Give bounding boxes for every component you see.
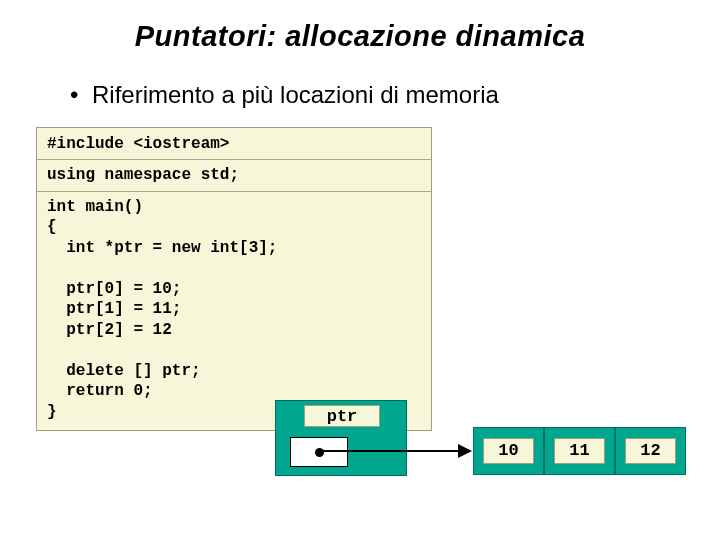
code-line: } <box>47 403 57 421</box>
code-line: delete [] ptr; <box>47 362 201 380</box>
code-divider <box>37 159 431 160</box>
arrow-head-icon <box>458 444 472 458</box>
pointer-box: ptr <box>275 400 407 476</box>
code-line: #include <iostream> <box>47 135 229 153</box>
memory-cell: 10 <box>473 427 544 475</box>
bullet-text: Riferimento a più locazioni di memoria <box>92 81 499 109</box>
bullet-item: • Riferimento a più locazioni di memoria <box>0 81 720 127</box>
bullet-marker: • <box>70 81 92 109</box>
memory-cells: 10 11 12 <box>473 427 686 475</box>
memory-cell: 12 <box>615 427 686 475</box>
code-line: { <box>47 218 57 236</box>
code-line: int *ptr = new int[3]; <box>47 239 277 257</box>
cell-value: 10 <box>483 438 534 464</box>
cell-value: 12 <box>625 438 676 464</box>
code-line: int main() <box>47 198 143 216</box>
code-block: #include <iostream> using namespace std;… <box>36 127 432 431</box>
code-line: ptr[2] = 12 <box>47 321 172 339</box>
memory-diagram: ptr 10 11 12 <box>275 400 705 510</box>
page-title: Puntatori: allocazione dinamica <box>0 0 720 81</box>
code-line: ptr[0] = 10; <box>47 280 181 298</box>
memory-cell: 11 <box>544 427 615 475</box>
arrow-line-icon <box>323 450 463 452</box>
code-line: using namespace std; <box>47 166 239 184</box>
cell-value: 11 <box>554 438 605 464</box>
code-divider <box>37 191 431 192</box>
code-line: return 0; <box>47 382 153 400</box>
code-line: ptr[1] = 11; <box>47 300 181 318</box>
pointer-label: ptr <box>304 405 380 427</box>
